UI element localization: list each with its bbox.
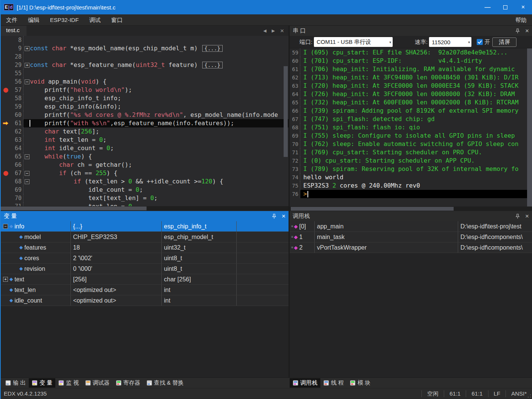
menu-item[interactable]: 调试 bbox=[84, 14, 106, 26]
expand-minus-icon[interactable]: − bbox=[3, 224, 8, 229]
gutter-margin[interactable] bbox=[1, 119, 11, 127]
stack-frame-icon: ◆ bbox=[294, 232, 298, 242]
menu-item[interactable]: 编辑 bbox=[23, 14, 45, 26]
gutter-margin[interactable] bbox=[1, 136, 11, 144]
variable-row[interactable]: ◆revision 0 '\000' uint8_t bbox=[1, 264, 289, 274]
bottom-tab-variables[interactable]: 变 量 bbox=[29, 378, 55, 388]
gutter-margin[interactable] bbox=[1, 177, 11, 186]
gutter-margin[interactable] bbox=[1, 69, 11, 78]
serial-hscroll-thumb[interactable] bbox=[291, 207, 454, 211]
gutter-margin[interactable] bbox=[1, 152, 11, 161]
gutter-margin[interactable] bbox=[1, 86, 11, 94]
gutter-margin[interactable] bbox=[1, 36, 11, 44]
pin-icon[interactable] bbox=[515, 214, 520, 219]
collapsed-code-icon[interactable]: {...} bbox=[202, 62, 223, 68]
close-button[interactable]: × bbox=[514, 0, 532, 14]
fold-minus-icon[interactable]: − bbox=[25, 171, 30, 176]
maximize-button[interactable] bbox=[496, 0, 514, 14]
serial-toolbar: 端口: COM11 - USB 串行设 ▾ 速率: 115200 ▾ 开 清屏 bbox=[290, 36, 532, 48]
gutter-margin[interactable] bbox=[1, 111, 11, 119]
serial-line-number: 65 bbox=[290, 98, 300, 107]
resize-grip[interactable] bbox=[527, 394, 531, 398]
gutter-margin[interactable] bbox=[1, 202, 11, 206]
editor-vscroll-thumb[interactable] bbox=[284, 66, 288, 157]
menu-item-help[interactable]: 帮助 bbox=[510, 14, 532, 26]
bottom-tab-callstack[interactable]: 调用栈 bbox=[290, 378, 320, 388]
gutter-margin[interactable] bbox=[1, 61, 11, 69]
bottom-tab-find-replace[interactable]: 查找 & 替换 bbox=[144, 378, 187, 388]
variables-close-icon[interactable]: × bbox=[282, 213, 286, 219]
bottom-tab-output[interactable]: 输 出 bbox=[2, 378, 29, 388]
expand-plus-icon[interactable]: + bbox=[3, 277, 8, 282]
open-checkbox[interactable] bbox=[477, 39, 483, 45]
port-select[interactable]: COM11 - USB 串行设 ▾ bbox=[314, 37, 393, 47]
gutter-margin[interactable] bbox=[1, 102, 11, 111]
collapsed-code-icon[interactable]: {...} bbox=[202, 45, 223, 52]
editor-hscrollbar[interactable] bbox=[1, 206, 289, 211]
stack-frame-row[interactable]: ≡◆[0] app_main D:\esp-idf\test-proj\test bbox=[290, 221, 532, 232]
fold-minus-icon[interactable]: − bbox=[25, 154, 30, 159]
code-editor[interactable]: 8 9 +const char *esp_model_name(esp_chip… bbox=[1, 36, 289, 206]
minimize-button[interactable]: — bbox=[479, 0, 496, 14]
variable-row[interactable]: +◆text [256] char [256] bbox=[1, 274, 289, 285]
variable-row[interactable]: ◆model CHIP_ESP32S3 esp_chip_model_t bbox=[1, 232, 289, 242]
clear-screen-button[interactable]: 清屏 bbox=[492, 37, 516, 47]
serial-hscrollbar[interactable] bbox=[290, 206, 532, 211]
serial-terminal[interactable]: 59 I (695) cpu_start: ELF file SHA256: 9… bbox=[290, 48, 532, 206]
variable-row[interactable]: −◆info {...} esp_chip_info_t bbox=[1, 221, 289, 232]
gutter-margin[interactable] bbox=[1, 127, 11, 136]
fold-minus-icon[interactable]: − bbox=[25, 179, 30, 184]
fold-minus-icon[interactable]: − bbox=[25, 79, 30, 84]
variable-icon: ◆ bbox=[19, 253, 23, 263]
stack-frame-row[interactable]: ≡◆2 vPortTaskWrapper D:\esp-idf\componen… bbox=[290, 242, 532, 253]
variable-row[interactable]: ◆idle_count <optimized out> int bbox=[1, 295, 289, 306]
editor-hscroll-thumb[interactable] bbox=[1, 206, 147, 210]
variable-type: int bbox=[162, 285, 237, 295]
gutter-margin[interactable] bbox=[1, 194, 11, 202]
menu-item[interactable]: 窗口 bbox=[106, 14, 128, 26]
bottom-tab-watch[interactable]: 监 视 bbox=[55, 378, 82, 388]
stack-frame-row[interactable]: ≡◆1 main_task D:\esp-idf\components\ bbox=[290, 232, 532, 242]
fold-plus-icon[interactable]: + bbox=[25, 63, 30, 68]
variable-row[interactable]: ◆features 18 uint32_t bbox=[1, 242, 289, 253]
variables-icon bbox=[32, 380, 37, 386]
serial-close-icon[interactable]: × bbox=[525, 28, 529, 34]
variable-name: model bbox=[24, 232, 41, 242]
gutter-margin[interactable] bbox=[1, 94, 11, 102]
menu-item[interactable]: 文件 bbox=[1, 14, 23, 26]
line-number: 65 bbox=[11, 152, 23, 161]
pin-icon[interactable] bbox=[272, 214, 276, 219]
gutter-margin[interactable] bbox=[1, 144, 11, 152]
menu-item[interactable]: ESP32-IDF bbox=[45, 14, 84, 26]
gutter-margin[interactable] bbox=[1, 53, 11, 61]
pin-icon[interactable] bbox=[515, 28, 520, 34]
callstack-close-icon[interactable]: × bbox=[525, 213, 529, 219]
bottom-tab-modules[interactable]: 模 块 bbox=[347, 378, 373, 388]
gutter-margin[interactable] bbox=[1, 161, 11, 169]
code-line: 65 − while(true) { bbox=[1, 152, 289, 161]
serial-vscrollbar[interactable] bbox=[527, 48, 532, 206]
tab-close-icon[interactable]: × bbox=[280, 28, 284, 34]
gutter-margin[interactable] bbox=[1, 169, 11, 177]
bottom-tab-debugger[interactable]: 调试器 bbox=[82, 378, 113, 388]
gutter-margin[interactable] bbox=[1, 44, 11, 53]
callstack-panel-header: 调用栈 × bbox=[290, 211, 532, 221]
line-number: 63 bbox=[11, 136, 23, 144]
breakpoint-icon[interactable] bbox=[3, 171, 8, 176]
gutter-margin[interactable] bbox=[1, 78, 11, 86]
tab-scroll-right-icon[interactable]: ▶ bbox=[272, 28, 275, 33]
tab-test-c[interactable]: test.c bbox=[1, 26, 27, 36]
bottom-tab-registers[interactable]: 寄存器 bbox=[113, 378, 144, 388]
variable-type: esp_chip_info_t bbox=[162, 221, 237, 231]
variable-row[interactable]: ◆cores 2 '\002' uint8_t bbox=[1, 253, 289, 264]
serial-panel: 串 口 × 端口: COM11 - USB 串行设 ▾ 速率: 115200 ▾ bbox=[290, 26, 532, 211]
variable-row[interactable]: ◆text_len <optimized out> int bbox=[1, 285, 289, 295]
tab-scroll-left-icon[interactable]: ◀ bbox=[263, 28, 266, 33]
bottom-tab-threads[interactable]: 线 程 bbox=[320, 378, 347, 388]
gutter-margin[interactable] bbox=[1, 186, 11, 194]
fold-plus-icon[interactable]: + bbox=[25, 46, 30, 51]
baud-select[interactable]: 115200 ▾ bbox=[429, 37, 471, 47]
find-replace-icon bbox=[147, 380, 152, 386]
breakpoint-icon[interactable] bbox=[3, 88, 8, 93]
line-number: 68 bbox=[11, 177, 23, 186]
